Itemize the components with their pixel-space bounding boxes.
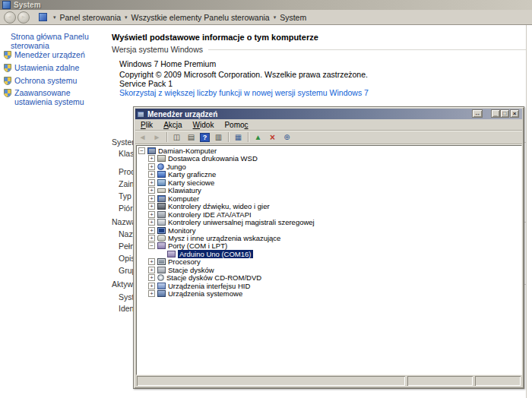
address-bar: ◄ ► ▾Panel sterowania▾Wszystkie elementy…: [0, 10, 532, 25]
devices-by-type-icon[interactable]: ▦: [233, 132, 244, 143]
tree-row[interactable]: +Stacje dysków: [148, 266, 214, 274]
tree-row[interactable]: +Dostawca drukowania WSD: [148, 154, 258, 163]
breadcrumb-segment[interactable]: System: [280, 13, 306, 22]
tree-item-label[interactable]: Urządzenia systemowe: [168, 289, 242, 298]
sidebar-item[interactable]: Menedżer urządzeń: [4, 50, 106, 59]
tree-item-label[interactable]: Komputer: [168, 194, 199, 203]
tree-item-label[interactable]: Mysz i inne urządzenia wskazujące: [168, 234, 280, 242]
tree-row[interactable]: +Klawiatury: [148, 186, 201, 194]
tree-item-label[interactable]: Kontrolery uniwersalnej magistrali szere…: [168, 218, 315, 226]
properties-icon[interactable]: ▤: [185, 132, 197, 143]
expand-icon[interactable]: +: [148, 163, 155, 170]
expand-icon[interactable]: +: [148, 235, 155, 242]
expand-icon[interactable]: +: [148, 219, 155, 226]
back-button[interactable]: ◄: [4, 11, 16, 24]
forward-icon[interactable]: ►: [151, 132, 163, 143]
shield-quadrant: [8, 81, 11, 85]
device-manager-window: Menedżer urządzeń ↔ _ □ × PlikAkcjaWidok…: [133, 106, 524, 389]
device-manager-menubar: PlikAkcjaWidokPomoc: [135, 120, 522, 131]
tree-row[interactable]: +Mysz i inne urządzenia wskazujące: [148, 234, 280, 242]
tree-item-label[interactable]: Karty graficzne: [168, 170, 216, 178]
tree-row[interactable]: +Komputer: [148, 194, 199, 203]
tree-row[interactable]: +Kontrolery dźwięku, wideo i gier: [148, 202, 270, 210]
disk-drive-icon: [157, 267, 166, 273]
tree-row[interactable]: +Urządzenia systemowe: [148, 289, 242, 298]
tree-row[interactable]: +Jungo: [148, 163, 186, 171]
tree-row[interactable]: +Monitory: [148, 226, 195, 235]
page-title: Wyświetl podstawowe informacje o tym kom…: [112, 33, 318, 42]
tree-row[interactable]: −Porty (COM i LPT): [148, 242, 227, 250]
uac-shield-icon: [4, 64, 11, 72]
sidebar-item[interactable]: Ochrona systemu: [4, 76, 106, 85]
close-button[interactable]: ×: [510, 109, 519, 118]
system-window-titlebar[interactable]: System: [0, 0, 532, 10]
tree-item-label[interactable]: Urządzenia interfejsu HID: [168, 282, 250, 290]
tree-item-label[interactable]: Kontrolery IDE ATA/ATAPI: [168, 210, 252, 219]
uninstall-icon[interactable]: ×: [267, 132, 278, 143]
tree-item-label[interactable]: Dostawca drukowania WSD: [168, 154, 258, 163]
maximize-button[interactable]: □: [500, 109, 509, 118]
tree-row[interactable]: +Karty sieciowe: [148, 178, 214, 187]
tree-row[interactable]: −Damian-Komputer: [138, 147, 217, 155]
tree-item-label[interactable]: Stacje dysków: [168, 266, 214, 274]
breadcrumb: ▾Panel sterowania▾Wszystkie elementy Pan…: [39, 13, 306, 22]
menu-item-akcja[interactable]: Akcja: [158, 121, 187, 129]
forward-button[interactable]: ►: [17, 11, 30, 24]
expand-icon[interactable]: +: [148, 187, 155, 194]
section-divider: [208, 49, 526, 50]
collapse-icon[interactable]: −: [148, 242, 155, 249]
expand-icon[interactable]: +: [148, 195, 155, 202]
tree-item-label[interactable]: Arduino Uno (COM16): [178, 250, 253, 258]
expand-icon[interactable]: +: [148, 171, 155, 178]
tree-item-label[interactable]: Damian-Komputer: [158, 147, 217, 155]
expand-icon[interactable]: +: [148, 274, 155, 281]
minimize-button[interactable]: _: [491, 109, 500, 118]
tree-item-label[interactable]: Jungo: [166, 163, 186, 171]
system-window-icon: [2, 1, 11, 9]
tree-row[interactable]: +Kontrolery uniwersalnej magistrali szer…: [148, 218, 315, 226]
expand-icon[interactable]: +: [148, 155, 155, 162]
expand-icon[interactable]: +: [148, 258, 155, 265]
tree-item-label[interactable]: Porty (COM i LPT): [168, 242, 227, 250]
expand-icon[interactable]: +: [148, 203, 155, 210]
shield-quadrant: [8, 68, 11, 72]
action-pane-icon[interactable]: ▥: [213, 132, 224, 143]
expand-icon[interactable]: +: [148, 290, 155, 297]
sidebar-item-label: Ustawienia zdalne: [14, 63, 79, 72]
expand-icon[interactable]: +: [148, 227, 155, 234]
expand-icon[interactable]: +: [148, 211, 155, 218]
menu-item-widok[interactable]: Widok: [188, 121, 220, 129]
device-manager-titlebar[interactable]: Menedżer urządzeń: [135, 109, 522, 119]
sidebar-item[interactable]: Zaawansowane ustawienia systemu: [4, 88, 106, 106]
scan-hardware-changes-icon[interactable]: ⊕: [281, 132, 293, 143]
tree-row[interactable]: +Urządzenia interfejsu HID: [148, 282, 250, 290]
sidebar-item-control-panel-home[interactable]: Strona główna Panelu sterowania: [11, 32, 106, 50]
tree-row[interactable]: +Stacje dysków CD-ROM/DVD: [148, 273, 261, 282]
tree-item-label[interactable]: Klawiatury: [168, 186, 201, 194]
tree-row[interactable]: +Kontrolery IDE ATA/ATAPI: [148, 210, 252, 219]
titlebar-extra-button[interactable]: ↔: [472, 109, 483, 118]
expand-icon[interactable]: +: [148, 283, 155, 289]
tree-item-label[interactable]: Monitory: [168, 226, 195, 235]
tree-item-label[interactable]: Procesory: [168, 257, 201, 266]
update-driver-icon[interactable]: ▲: [252, 132, 264, 143]
sidebar-item[interactable]: Ustawienia zdalne: [4, 63, 106, 72]
tree-item-label[interactable]: Kontrolery dźwięku, wideo i gier: [168, 202, 270, 210]
tree-row[interactable]: +Karty graficzne: [148, 170, 216, 178]
show-console-tree-icon[interactable]: ◫: [171, 132, 182, 143]
tree-row[interactable]: Arduino Uno (COM16): [158, 250, 253, 258]
windows-upgrade-link[interactable]: Skorzystaj z większej liczby funkcji w n…: [119, 88, 369, 97]
collapse-icon[interactable]: −: [138, 147, 145, 154]
tree-row[interactable]: +Procesory: [148, 257, 201, 266]
back-icon[interactable]: ◄: [137, 132, 148, 143]
tree-item-label[interactable]: Stacje dysków CD-ROM/DVD: [166, 273, 261, 282]
breadcrumb-segment[interactable]: Panel sterowania: [60, 13, 122, 22]
menu-item-pomoc[interactable]: Pomoc: [219, 121, 253, 129]
breadcrumb-segment[interactable]: Wszystkie elementy Panelu sterowania: [131, 13, 270, 22]
expand-icon[interactable]: +: [148, 267, 155, 273]
help-icon[interactable]: ?: [200, 133, 210, 142]
tree-item-label[interactable]: Karty sieciowe: [168, 178, 214, 187]
device-manager-title: Menedżer urządzeń: [147, 110, 217, 118]
menu-item-plik[interactable]: Plik: [135, 121, 158, 129]
expand-icon[interactable]: +: [148, 179, 155, 186]
